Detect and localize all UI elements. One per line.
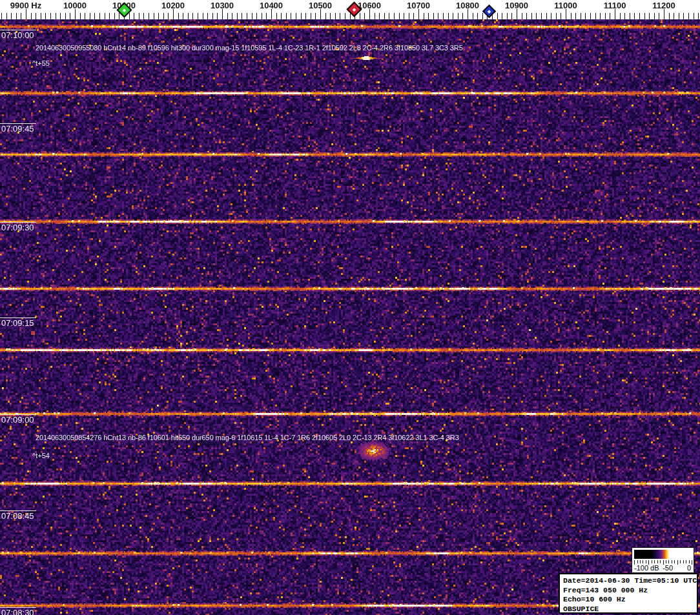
freq-minor-tick	[443, 13, 444, 19]
freq-major-tick	[615, 9, 615, 19]
colorbar-tick	[674, 560, 675, 563]
freq-minor-tick	[526, 13, 527, 19]
freq-minor-tick	[610, 13, 610, 19]
info-line: Echo=10 600 Hz	[563, 595, 697, 605]
freq-minor-tick	[384, 13, 385, 19]
colorbar-tick	[643, 560, 643, 563]
colorbar-tick	[689, 560, 690, 563]
colorbar-tick	[652, 560, 652, 563]
freq-minor-tick	[237, 13, 238, 19]
colorbar-tick	[677, 560, 678, 565]
time-label: 07:08:45	[0, 510, 36, 521]
freq-minor-tick	[375, 13, 375, 19]
freq-minor-tick	[340, 13, 340, 19]
freq-minor-tick	[669, 13, 670, 19]
freq-minor-tick	[350, 13, 351, 19]
freq-minor-tick	[114, 13, 115, 19]
freq-minor-tick	[168, 13, 169, 19]
freq-minor-tick	[291, 13, 291, 19]
freq-minor-tick	[694, 13, 694, 19]
freq-minor-tick	[482, 13, 483, 19]
freq-minor-tick	[90, 13, 90, 19]
freq-minor-tick	[581, 13, 581, 19]
freq-major-tick	[173, 9, 174, 19]
freq-major-tick	[271, 9, 272, 19]
colorbar-tick	[657, 560, 658, 563]
freq-minor-tick	[649, 13, 650, 19]
freq-minor-tick	[522, 13, 522, 19]
freq-minor-tick	[192, 13, 193, 19]
freq-minor-tick	[281, 13, 282, 19]
freq-minor-tick	[109, 13, 110, 19]
freq-minor-tick	[541, 13, 542, 19]
freq-minor-tick	[575, 13, 576, 19]
freq-minor-tick	[16, 13, 17, 19]
colorbar-tick	[686, 560, 686, 563]
freq-minor-tick	[531, 13, 532, 19]
time-label: 07:09:30	[0, 222, 36, 232]
freq-minor-tick	[242, 13, 242, 19]
freq-minor-tick	[546, 13, 547, 19]
freq-minor-tick	[99, 13, 100, 19]
freq-minor-tick	[448, 13, 449, 19]
freq-minor-tick	[207, 13, 208, 19]
freq-minor-tick	[36, 13, 36, 19]
freq-minor-tick	[497, 13, 498, 19]
freq-minor-tick	[21, 13, 21, 19]
freq-minor-tick	[50, 13, 51, 19]
time-label: 07:09:15	[0, 318, 36, 328]
colorbar-tick	[692, 560, 692, 565]
freq-minor-tick	[198, 13, 198, 19]
freq-minor-tick	[45, 13, 46, 19]
meteor-spectrogram-window: { "window": {"width": 1084, "height": 95…	[0, 0, 700, 615]
freq-minor-tick	[453, 13, 453, 19]
freq-minor-tick	[507, 13, 508, 19]
detection-annotation: 20140630050955080 hCnt14 nb-89 f10596 hi…	[36, 44, 463, 52]
freq-minor-tick	[624, 13, 625, 19]
freq-minor-tick	[639, 13, 640, 19]
colorbar-tick	[672, 560, 672, 563]
freq-marker-blue-diamond-icon[interactable]	[482, 4, 495, 17]
colorbar-tick	[660, 560, 661, 563]
freq-minor-tick	[276, 13, 277, 19]
detection-annotation: 20140630050854276 hCnt13 nb-86 f10601 hi…	[36, 434, 459, 441]
freq-minor-tick	[511, 13, 512, 19]
colorbar-label: 0	[687, 564, 691, 572]
freq-label-11000: 11000	[554, 1, 577, 10]
colorbar-tick	[668, 560, 669, 563]
freq-label-10400: 10400	[260, 1, 283, 10]
freq-minor-tick	[85, 13, 85, 19]
freq-minor-tick	[266, 13, 267, 19]
freq-minor-tick	[262, 13, 262, 19]
freq-minor-tick	[256, 13, 257, 19]
freq-minor-tick	[659, 13, 659, 19]
info-line: Date=2014-06-30 Time=05:10 UTC	[563, 576, 697, 586]
freq-minor-tick	[654, 13, 655, 19]
colorbar: -100 dB-500	[632, 547, 694, 573]
freq-major-tick	[222, 9, 223, 19]
freq-minor-tick	[65, 13, 66, 19]
freq-minor-tick	[301, 13, 302, 19]
freq-minor-tick	[60, 13, 61, 19]
colorbar-tick	[666, 560, 666, 563]
freq-minor-tick	[119, 13, 119, 19]
colorbar-label: -50	[663, 564, 673, 572]
freq-minor-tick	[585, 13, 586, 19]
freq-minor-tick	[551, 13, 551, 19]
freq-minor-tick	[105, 13, 105, 19]
freq-minor-tick	[571, 13, 571, 19]
freq-major-tick	[75, 9, 76, 19]
freq-minor-tick	[315, 13, 316, 19]
freq-label-10000: 10000	[63, 1, 87, 10]
freq-minor-tick	[698, 13, 699, 19]
time-label: 07:09:45	[0, 123, 36, 134]
freq-minor-tick	[325, 13, 326, 19]
freq-minor-tick	[335, 13, 336, 19]
freq-minor-tick	[502, 13, 502, 19]
freq-major-tick	[418, 9, 419, 19]
colorbar-tick	[637, 560, 638, 563]
freq-label-10500: 10500	[309, 1, 332, 10]
freq-minor-tick	[409, 13, 409, 19]
freq-minor-tick	[473, 13, 473, 19]
freq-minor-tick	[688, 13, 689, 19]
